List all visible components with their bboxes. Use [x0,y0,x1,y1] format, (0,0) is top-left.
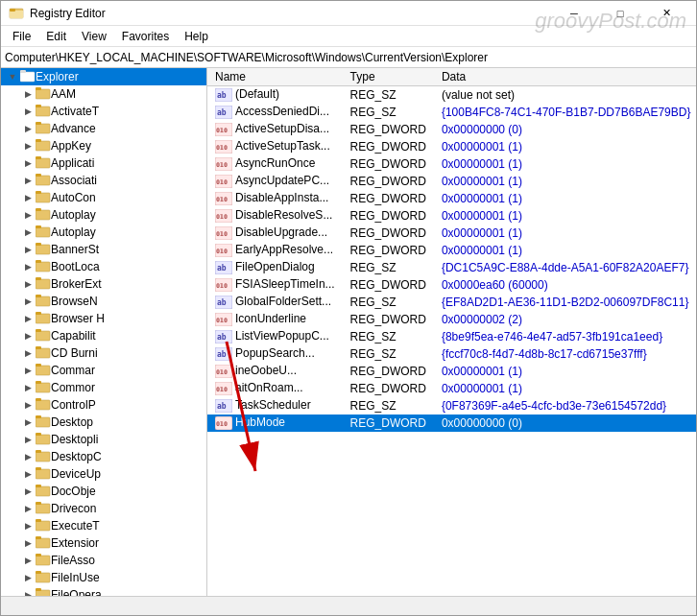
expand-icon[interactable]: ▶ [20,311,36,326]
expand-icon[interactable]: ▶ [20,449,36,464]
tree-item[interactable]: ▶ BrokerExt [1,275,206,293]
svg-text:𝟘𝟙𝟘: 𝟘𝟙𝟘 [216,196,228,202]
expand-icon[interactable]: ▼ [5,69,20,84]
table-row[interactable]: 𝟘𝟙𝟘 DisableUpgrade...REG_DWORD0x00000001… [207,225,696,242]
svg-text:𝟘𝟙𝟘: 𝟘𝟙𝟘 [216,213,228,220]
table-row[interactable]: 𝟘𝟙𝟘 EarlyAppResolve...REG_DWORD0x0000000… [207,242,696,259]
tree-item[interactable]: ▶ AutoCon [1,189,206,206]
tree-item[interactable]: ▶ DeviceUp [1,465,206,483]
tree-item[interactable]: ▶ BrowseN [1,293,206,310]
tree-panel[interactable]: ▼ Explorer▶ AAM▶ ActivateT▶ Advance▶ App… [1,68,207,596]
tree-item[interactable]: ▶ BootLoca [1,258,206,275]
table-row[interactable]: 𝟘𝟙𝟘 ActiveSetupTask...REG_DWORD0x0000000… [207,138,696,155]
expand-icon[interactable]: ▶ [20,173,36,188]
expand-icon[interactable]: ▶ [20,225,36,240]
menu-help[interactable]: Help [177,28,216,45]
svg-rect-50 [36,467,41,470]
expand-icon[interactable]: ▶ [20,138,36,154]
table-row[interactable]: 𝟘𝟙𝟘 AsyncRunOnceREG_DWORD0x00000001 (1) [207,155,696,173]
tree-item[interactable]: ▶ AAM [1,85,206,103]
table-row[interactable]: ab GlobalFolderSett...REG_SZ{EF8AD2D1-AE… [207,294,696,311]
close-button[interactable]: ✕ [644,1,688,26]
tree-item[interactable]: ▶ Capabilit [1,327,206,344]
expand-icon[interactable]: ▶ [20,518,36,533]
tree-item[interactable]: ▶ Applicati [1,154,206,172]
menu-edit[interactable]: Edit [38,28,74,45]
table-row[interactable]: 𝟘𝟙𝟘 AsyncUpdatePC...REG_DWORD0x00000001 … [207,173,696,190]
tree-item[interactable]: ▶ ActivateT [1,103,206,120]
maximize-button[interactable]: □ [598,1,642,26]
tree-item[interactable]: ▶ ExecuteT [1,517,206,534]
tree-item[interactable]: ▶ BannerSt [1,241,206,258]
expand-icon[interactable]: ▶ [20,415,36,430]
expand-icon[interactable]: ▶ [20,587,36,596]
tree-item[interactable]: ▶ FileInUse [1,569,206,586]
tree-item[interactable]: ▶ DocObje [1,483,206,500]
table-row[interactable]: 𝟘𝟙𝟘 ineOobeU...REG_DWORD0x00000001 (1) [207,363,696,380]
tree-item[interactable]: ▶ Extensior [1,534,206,552]
svg-rect-21 [36,227,50,237]
tree-item[interactable]: ▶ Desktopli [1,431,206,448]
tree-item[interactable]: ▶ Browser H [1,310,206,327]
menu-view[interactable]: View [74,28,114,45]
expand-icon[interactable]: ▶ [20,553,36,568]
expand-icon[interactable]: ▶ [20,207,36,223]
svg-rect-51 [36,486,50,496]
expand-icon[interactable]: ▶ [20,276,36,292]
menu-favorites[interactable]: Favorites [114,28,177,45]
expand-icon[interactable]: ▶ [20,328,36,344]
table-row[interactable]: 𝟘𝟙𝟘 IconUnderlineREG_DWORD0x00000002 (2) [207,311,696,328]
expand-icon[interactable]: ▶ [20,380,36,395]
expand-icon[interactable]: ▶ [20,155,36,171]
expand-icon[interactable]: ▶ [20,535,36,551]
menu-file[interactable]: File [5,28,38,45]
minimize-button[interactable]: ─ [552,1,596,26]
table-row[interactable]: 𝟘𝟙𝟘 FSIASleepTimeIn...REG_DWORD0x0000ea6… [207,276,696,294]
tree-item[interactable]: ▶ Drivecon [1,500,206,517]
expand-icon[interactable]: ▶ [20,121,36,136]
table-row[interactable]: ab FileOpenDialogREG_SZ{DC1C5A9C-E88A-4d… [207,259,696,276]
table-row[interactable]: ab ListViewPopupC...REG_SZ{8be9f5ea-e746… [207,328,696,345]
table-row[interactable]: 𝟘𝟙𝟘 ActiveSetupDisa...REG_DWORD0x0000000… [207,121,696,138]
tree-item[interactable]: ▶ FileOpera [1,586,206,596]
table-row[interactable]: ab (Default)REG_SZ(value not set) [207,86,696,104]
tree-item[interactable]: ▶ AppKey [1,137,206,154]
expand-icon[interactable]: ▶ [20,432,36,447]
tree-item[interactable]: ▶ FileAsso [1,552,206,569]
table-row[interactable]: ab PopupSearch...REG_SZ{fccf70c8-f4d7-4d… [207,345,696,363]
expand-icon[interactable]: ▶ [20,259,36,274]
tree-item[interactable]: ▶ ControlP [1,396,206,414]
expand-icon[interactable]: ▶ [20,345,36,361]
table-row[interactable]: 𝟘𝟙𝟘 DisableAppInsta...REG_DWORD0x0000000… [207,190,696,207]
expand-icon[interactable]: ▶ [20,397,36,413]
tree-item[interactable]: ▶ Autoplay [1,224,206,241]
tree-item[interactable]: ▶ Advance [1,120,206,137]
registry-name: ab PopupSearch... [207,345,343,363]
detail-panel[interactable]: Name Type Data ab (Default)REG_SZ(value … [207,68,696,596]
tree-item[interactable]: ▶ Desktop [1,414,206,431]
table-row[interactable]: 𝟘𝟙𝟘 HubModeREG_DWORD0x00000000 (0) [207,415,696,432]
expand-icon[interactable]: ▶ [20,294,36,309]
table-row[interactable]: 𝟘𝟙𝟘 aitOnRoam...REG_DWORD0x00000001 (1) [207,380,696,397]
expand-icon[interactable]: ▶ [20,570,36,585]
tree-item[interactable]: ▼ Explorer [1,68,206,85]
table-row[interactable]: ab TaskSchedulerREG_SZ{0F87369F-a4e5-4cf… [207,397,696,415]
expand-icon[interactable]: ▶ [20,190,36,205]
table-row[interactable]: 𝟘𝟙𝟘 DisableResolveS...REG_DWORD0x0000000… [207,207,696,225]
expand-icon[interactable]: ▶ [20,484,36,499]
expand-icon[interactable]: ▶ [20,242,36,257]
tree-item[interactable]: ▶ CD Burni [1,344,206,362]
tree-item[interactable]: ▶ DesktopC [1,448,206,465]
expand-icon[interactable]: ▶ [20,86,36,102]
address-bar[interactable]: Computer\HKEY_LOCAL_MACHINE\SOFTWARE\Mic… [1,47,696,68]
tree-item[interactable]: ▶ Associati [1,172,206,189]
registry-name: 𝟘𝟙𝟘 IconUnderline [207,311,343,328]
table-row[interactable]: ab AccessDeniedDi...REG_SZ{100B4FC8-74C1… [207,104,696,121]
expand-icon[interactable]: ▶ [20,363,36,378]
tree-item[interactable]: ▶ Commar [1,362,206,379]
expand-icon[interactable]: ▶ [20,104,36,119]
tree-item[interactable]: ▶ Commor [1,379,206,396]
expand-icon[interactable]: ▶ [20,501,36,516]
tree-item[interactable]: ▶ Autoplay [1,206,206,224]
expand-icon[interactable]: ▶ [20,466,36,482]
